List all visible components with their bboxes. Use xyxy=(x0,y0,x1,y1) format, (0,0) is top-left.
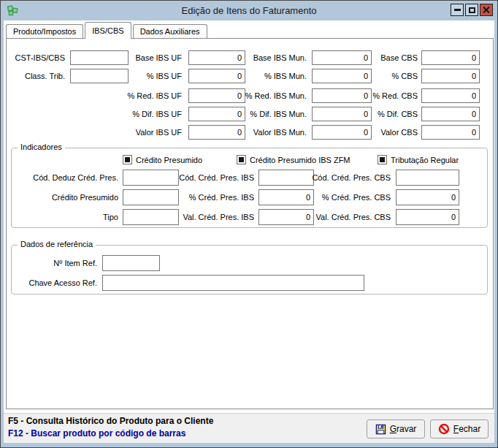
titlebar: Edição de Itens do Faturamento xyxy=(1,1,497,20)
cod-deduz-cred-pres-input[interactable] xyxy=(123,170,179,186)
dialog-window: Edição de Itens do Faturamento Produto/I… xyxy=(0,0,498,448)
num-item-ref-input[interactable] xyxy=(102,255,160,271)
checkbox-tributacao-regular[interactable] xyxy=(378,155,387,164)
pct-dif-ibs-uf-label: % Dif. IBS UF xyxy=(76,107,182,121)
checkbox-credito-presumido-ibs-zfm[interactable] xyxy=(237,155,246,164)
cancel-prohibition-icon xyxy=(438,423,450,435)
credito-presumido-label: Crédito Presumido xyxy=(12,189,118,205)
tab-ibs-cbs[interactable]: IBS/CBS xyxy=(85,22,131,39)
pct-dif-ibs-mun-label: % Dif. IBS Mun. xyxy=(207,107,307,121)
tab-dados-auxiliares[interactable]: Dados Auxiliares xyxy=(133,24,207,38)
cod-cred-pres-cbs-label: Cód. Créd. Pres. CBS xyxy=(307,170,391,186)
dados-referencia-group: Dados de referência Nº Item Ref. Chave A… xyxy=(11,245,488,295)
pct-cbs-label: % CBS xyxy=(324,69,418,83)
tab-produto-impostos[interactable]: Produto/Impostos xyxy=(6,24,83,38)
checkbox-credito-presumido[interactable] xyxy=(123,155,132,164)
minimize-icon xyxy=(454,9,461,11)
pct-dif-cbs-input[interactable] xyxy=(421,107,480,121)
chave-acesso-ref-input[interactable] xyxy=(102,275,364,291)
pct-ibs-uf-label: % IBS UF xyxy=(76,69,182,83)
base-ibs-uf-label: Base IBS UF xyxy=(76,50,182,65)
checkbox-filled-icon xyxy=(239,157,244,162)
val-cred-pres-ibs-label: Val. Créd. Pres. IBS xyxy=(174,209,254,225)
maximize-icon xyxy=(469,7,475,13)
class-trib-label: Class. Trib. xyxy=(7,69,65,83)
cod-deduz-cred-pres-label: Cód. Deduz Créd. Pres. xyxy=(12,170,118,186)
checkbox-credito-presumido-label: Crédito Presumido xyxy=(136,155,202,165)
chave-acesso-ref-label: Chave Acesso Ref. xyxy=(12,275,97,291)
tabpage-ibs-cbs: CST-IBS/CBS Class. Trib. Base IBS UF % I… xyxy=(6,38,494,409)
pct-red-cbs-input[interactable] xyxy=(421,88,480,103)
pct-dif-cbs-label: % Dif. CBS xyxy=(324,107,418,121)
client-area: Produto/Impostos IBS/CBS Dados Auxiliare… xyxy=(4,20,494,443)
close-icon xyxy=(483,6,491,14)
dados-referencia-group-title: Dados de referência xyxy=(18,240,96,248)
base-cbs-label: Base CBS xyxy=(324,50,418,65)
valor-ibs-uf-label: Valor IBS UF xyxy=(76,125,182,140)
val-cred-pres-cbs-label: Val. Créd. Pres. CBS xyxy=(307,209,391,225)
tipo-label: Tipo xyxy=(12,209,118,225)
status-hint-f12: F12 - Buscar produto por código de barra… xyxy=(8,428,185,439)
pct-cbs-input[interactable] xyxy=(421,69,480,83)
status-hint-f5: F5 - Consulta Histórico do Produto para … xyxy=(8,415,213,427)
gravar-button[interactable]: Gravar xyxy=(367,419,425,438)
pct-red-ibs-uf-label: % Red. IBS UF xyxy=(76,88,182,103)
save-floppy-icon xyxy=(375,424,386,435)
fechar-label: Fechar xyxy=(453,424,480,434)
pct-cred-pres-ibs-label: % Créd. Pres. IBS xyxy=(174,189,254,205)
pct-cred-pres-ibs-input[interactable] xyxy=(258,189,314,205)
pct-red-cbs-label: % Red. CBS xyxy=(324,88,418,103)
valor-ibs-mun-label: Valor IBS Mun. xyxy=(207,125,307,140)
credito-presumido-input[interactable] xyxy=(123,189,179,205)
val-cred-pres-ibs-input[interactable] xyxy=(258,209,314,225)
cst-ibs-cbs-label: CST-IBS/CBS xyxy=(7,50,65,65)
window-title: Edição de Itens do Faturamento xyxy=(1,1,497,20)
status-bar: F5 - Consulta Histórico do Produto para … xyxy=(4,413,494,443)
valor-cbs-input[interactable] xyxy=(421,125,480,140)
pct-ibs-mun-label: % IBS Mun. xyxy=(207,69,307,83)
minimize-button[interactable] xyxy=(451,4,464,16)
pct-red-ibs-mun-label: % Red. IBS Mun. xyxy=(207,88,307,103)
window-controls xyxy=(451,4,493,16)
checkbox-filled-icon xyxy=(380,157,385,162)
cod-cred-pres-ibs-label: Cód. Créd. Pres. IBS xyxy=(174,170,254,186)
base-cbs-input[interactable] xyxy=(421,50,480,65)
valor-cbs-label: Valor CBS xyxy=(324,125,418,140)
checkbox-credito-presumido-ibs-zfm-label: Crédito Presumido IBS ZFM xyxy=(250,155,350,165)
action-buttons: Gravar Fechar xyxy=(367,419,489,438)
num-item-ref-label: Nº Item Ref. xyxy=(12,255,97,271)
checkbox-filled-icon xyxy=(125,157,130,162)
tipo-input[interactable] xyxy=(123,209,179,225)
maximize-button[interactable] xyxy=(465,4,478,16)
tab-bar: Produto/Impostos IBS/CBS Dados Auxiliare… xyxy=(6,22,209,38)
checkbox-tributacao-regular-label: Tributação Regular xyxy=(391,155,459,165)
base-ibs-mun-label: Base IBS Mun. xyxy=(207,50,307,65)
indicadores-group: Indicadores Crédito Presumido Crédito Pr… xyxy=(11,148,488,228)
val-cred-pres-cbs-input[interactable] xyxy=(396,209,459,225)
gravar-label: Gravar xyxy=(390,424,417,434)
cod-cred-pres-ibs-input[interactable] xyxy=(258,170,314,186)
close-button[interactable] xyxy=(480,4,493,16)
cod-cred-pres-cbs-input[interactable] xyxy=(396,170,459,186)
pct-cred-pres-cbs-input[interactable] xyxy=(396,189,459,205)
indicadores-group-title: Indicadores xyxy=(18,143,65,151)
pct-cred-pres-cbs-label: % Créd. Pres. CBS xyxy=(307,189,391,205)
fechar-button[interactable]: Fechar xyxy=(430,419,489,438)
